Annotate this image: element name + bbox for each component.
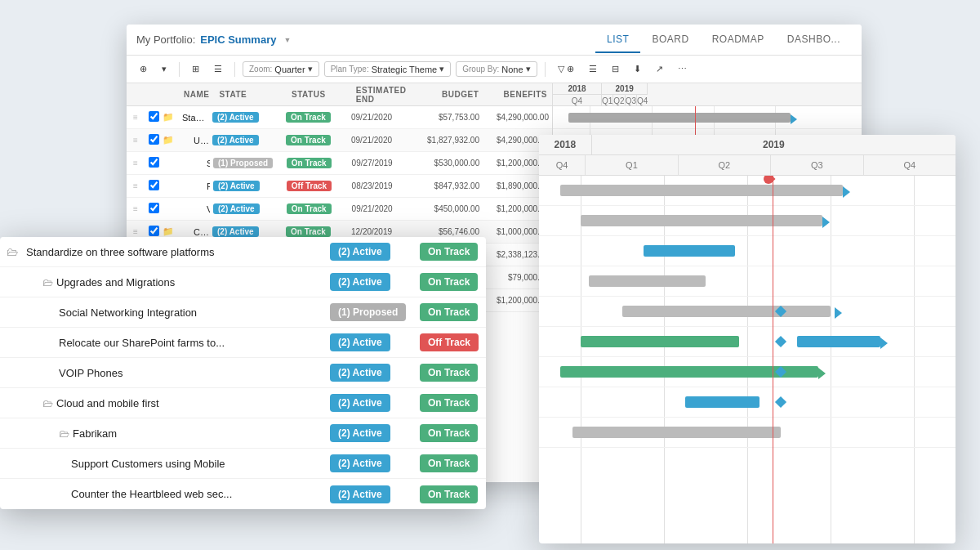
fg-gantt-q4-2018: Q4 — [539, 155, 586, 175]
fg-gantt-row-4 — [539, 266, 956, 297]
filter-button[interactable]: ▽ ⊕ — [553, 62, 579, 76]
fg-gantt-row-2 — [539, 206, 956, 236]
fg-overlay-panel: 🗁 Standardize on three software platform… — [0, 237, 486, 509]
fg-gantt-row-5 — [539, 297, 956, 327]
fg-row-state: (2) Active — [327, 364, 416, 382]
row-status: On Track — [283, 203, 349, 214]
table-row[interactable]: ≡ Social Networking Integration (1) Prop… — [127, 152, 552, 175]
gantt-header: 2018 Q4 2019 Q1 Q2 Q3 Q4 — [553, 83, 862, 106]
fg-gantt-year-row: 2018 2019 — [539, 135, 956, 155]
fg-row-9[interactable]: Counter the Heartbleed web sec... (2) Ac… — [0, 479, 486, 509]
fg-row-name: 🗁Upgrades and Migrations — [26, 276, 327, 288]
settings-button[interactable]: ☰ — [209, 62, 227, 76]
fg-row-name: Social Networking Integration — [26, 306, 327, 319]
drag-handle[interactable]: ≡ — [127, 227, 145, 236]
table-row[interactable]: ≡ Relocate our SharePoint farms to... (2… — [127, 175, 552, 198]
row-budget: $57,753.00 — [417, 113, 483, 122]
fg-gantt-header: 2018 2019 Q4 Q1 Q2 Q3 Q4 — [539, 135, 956, 176]
gantt-row-1 — [553, 106, 862, 129]
folder-icon: 🗁 — [7, 245, 26, 258]
row-name: Upgrades and Migrations — [179, 136, 209, 145]
drag-handle[interactable]: ≡ — [127, 204, 145, 213]
export-button[interactable]: ⬇ — [629, 62, 646, 76]
fg-row-7[interactable]: 🗁Fabrikam (2) Active On Track — [0, 418, 486, 449]
row-state: (2) Active — [209, 135, 283, 145]
nav-tabs: LIST BOARD ROADMAP DASHBO... — [595, 27, 852, 53]
row-checkbox[interactable] — [145, 111, 163, 123]
row-checkbox[interactable] — [145, 203, 163, 215]
row-checkbox[interactable] — [145, 134, 163, 146]
fg-row-6[interactable]: 🗁Cloud and mobile first (2) Active On Tr… — [0, 388, 486, 418]
row-checkbox[interactable] — [145, 226, 163, 238]
table-row[interactable]: ≡ VOIP Phones (2) Active On Track 09/21/… — [127, 198, 552, 221]
row-name: Social Networking Integration — [179, 159, 210, 168]
fg-gantt-body — [539, 176, 956, 543]
row-budget: $530,000.00 — [417, 159, 483, 168]
table-row[interactable]: ≡ 📁 Upgrades and Migrations (2) Active O… — [127, 129, 552, 152]
fg-row-4[interactable]: Relocate our SharePoint farms to... (2) … — [0, 328, 486, 358]
fg-row-3[interactable]: Social Networking Integration (1) Propos… — [0, 297, 486, 328]
fg-gantt-row-3 — [539, 236, 956, 266]
epic-summary-link[interactable]: EPIC Summary — [200, 34, 276, 46]
groupby-chevron-icon: ▾ — [526, 64, 531, 74]
th-estend: ESTIMATED END — [351, 86, 420, 104]
fg-row-8[interactable]: Support Customers using Mobile (2) Activ… — [0, 449, 486, 479]
drag-handle[interactable]: ≡ — [127, 181, 145, 190]
tab-roadmap[interactable]: ROADMAP — [701, 27, 776, 53]
drag-handle[interactable]: ≡ — [127, 159, 145, 168]
row-checkbox[interactable] — [145, 157, 163, 169]
toolbar: ⊕ ▾ ⊞ ☰ Zoom: Quarter ▾ Plan Type: Strat… — [127, 56, 862, 83]
tab-dashboard[interactable]: DASHBO... — [776, 27, 852, 53]
plantype-chevron-icon: ▾ — [439, 64, 444, 74]
th-benefits: BENEFITS — [483, 90, 552, 99]
fg-row-state: (2) Active — [327, 333, 416, 351]
tab-board[interactable]: BOARD — [640, 27, 700, 53]
row-budget: $450,000.00 — [417, 204, 483, 213]
view-toggle-button[interactable]: ⊞ — [187, 62, 204, 76]
grid-view-button[interactable]: ⊟ — [607, 62, 624, 76]
row-budget: $1,827,932.00 — [417, 136, 483, 145]
drag-handle[interactable]: ≡ — [127, 136, 145, 145]
row-name: Standardize on three software platforms — [179, 113, 209, 123]
row-name: Relocate our SharePoint farms to... — [179, 181, 210, 191]
fg-row-name: VOIP Phones — [26, 367, 327, 379]
table-header: NAME STATE STATUS ESTIMATED END BUDGET B… — [127, 83, 552, 106]
fg-row-2[interactable]: 🗁Upgrades and Migrations (2) Active On T… — [0, 267, 486, 297]
fg-gantt-q2-2019: Q2 — [679, 155, 771, 175]
fg-row-5[interactable]: VOIP Phones (2) Active On Track — [0, 358, 486, 388]
title-left: My Portfolio: EPIC Summary ▼ — [136, 34, 291, 46]
fg-row-status: On Track — [416, 273, 486, 291]
fg-gantt-row-8 — [539, 387, 956, 418]
chevron-down-icon[interactable]: ▼ — [283, 36, 291, 44]
row-state: (2) Active — [210, 203, 283, 214]
row-status: Off Track — [283, 181, 349, 191]
share-button[interactable]: ↗ — [651, 62, 668, 76]
folder-icon: 📁 — [163, 112, 179, 123]
fg-gantt-row-9 — [539, 418, 956, 448]
list-view-button[interactable]: ☰ — [584, 62, 602, 76]
zoom-selector[interactable]: Zoom: Quarter ▾ — [243, 61, 319, 77]
groupby-selector[interactable]: Group By: None ▾ — [456, 61, 537, 77]
plantype-selector[interactable]: Plan Type: Strategic Theme ▾ — [324, 61, 452, 77]
drag-handle[interactable]: ≡ — [127, 113, 145, 122]
fg-row-state: (2) Active — [327, 273, 416, 291]
folder-icon: 📁 — [163, 226, 179, 237]
fg-row-name: Support Customers using Mobile — [26, 458, 327, 470]
tab-list[interactable]: LIST — [595, 27, 640, 53]
fg-row-1[interactable]: 🗁 Standardize on three software platform… — [0, 237, 486, 267]
fg-row-name: 🗁Cloud and mobile first — [26, 397, 327, 409]
arrow-button[interactable]: ▾ — [157, 62, 172, 76]
table-row[interactable]: ≡ 📁 Standardize on three software platfo… — [127, 106, 552, 129]
row-budget: $847,932.00 — [417, 181, 483, 190]
fg-row-state: (1) Proposed — [327, 303, 416, 321]
add-button[interactable]: ⊕ — [135, 62, 152, 76]
row-estend: 09/21/2020 — [348, 113, 417, 122]
fg-row-name: Relocate our SharePoint farms to... — [26, 337, 327, 349]
more-button[interactable]: ⋯ — [673, 62, 692, 76]
plantype-label: Plan Type: — [331, 65, 369, 74]
groupby-value: None — [501, 65, 523, 74]
row-status: On Track — [283, 158, 349, 168]
fg-row-status: On Track — [416, 394, 486, 412]
fg-gantt-year-2018: 2018 — [539, 135, 592, 154]
row-checkbox[interactable] — [145, 180, 163, 192]
